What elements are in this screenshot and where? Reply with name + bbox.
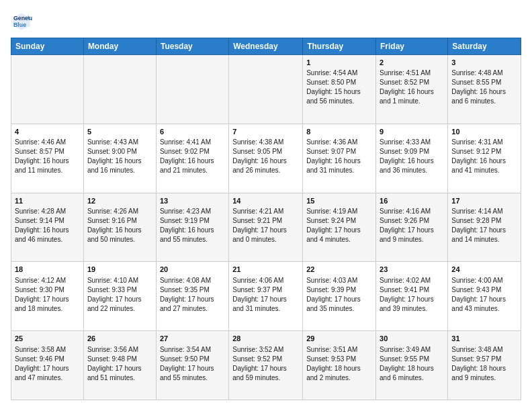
day-number: 17 — [451, 196, 517, 206]
day-cell: 22Sunrise: 4:03 AMSunset: 9:39 PMDayligh… — [303, 262, 376, 331]
day-number: 21 — [232, 265, 299, 275]
day-cell: 26Sunrise: 3:56 AMSunset: 9:48 PMDayligh… — [83, 331, 156, 400]
day-info: Sunrise: 4:51 AMSunset: 8:52 PMDaylight:… — [380, 69, 434, 105]
day-info: Sunrise: 4:14 AMSunset: 9:28 PMDaylight:… — [451, 208, 506, 243]
day-number: 29 — [306, 334, 372, 344]
logo: General Blue — [11, 11, 35, 32]
day-cell: 17Sunrise: 4:14 AMSunset: 9:28 PMDayligh… — [448, 193, 521, 262]
day-cell: 16Sunrise: 4:16 AMSunset: 9:26 PMDayligh… — [376, 193, 448, 262]
day-number: 26 — [87, 334, 152, 344]
day-number: 15 — [306, 196, 372, 206]
day-cell: 5Sunrise: 4:43 AMSunset: 9:00 PMDaylight… — [83, 124, 156, 193]
day-number: 27 — [160, 334, 225, 344]
day-number: 30 — [380, 334, 444, 344]
col-header-wednesday: Wednesday — [229, 38, 303, 55]
day-cell — [229, 55, 303, 124]
day-cell: 9Sunrise: 4:33 AMSunset: 9:09 PMDaylight… — [376, 124, 448, 193]
day-cell: 29Sunrise: 3:51 AMSunset: 9:53 PMDayligh… — [303, 331, 376, 400]
day-info: Sunrise: 4:12 AMSunset: 9:30 PMDaylight:… — [15, 277, 69, 312]
day-number: 1 — [306, 58, 372, 68]
header: General Blue — [11, 11, 521, 32]
day-number: 23 — [380, 265, 444, 275]
day-cell: 10Sunrise: 4:31 AMSunset: 9:12 PMDayligh… — [448, 124, 521, 193]
day-info: Sunrise: 3:52 AMSunset: 9:52 PMDaylight:… — [232, 346, 287, 381]
day-info: Sunrise: 4:08 AMSunset: 9:35 PMDaylight:… — [160, 277, 214, 312]
day-cell: 12Sunrise: 4:26 AMSunset: 9:16 PMDayligh… — [83, 193, 156, 262]
day-cell — [156, 55, 228, 124]
day-info: Sunrise: 4:19 AMSunset: 9:24 PMDaylight:… — [306, 208, 361, 243]
day-info: Sunrise: 4:26 AMSunset: 9:16 PMDaylight:… — [87, 208, 142, 243]
week-row-3: 11Sunrise: 4:28 AMSunset: 9:14 PMDayligh… — [11, 193, 521, 262]
day-cell: 6Sunrise: 4:41 AMSunset: 9:02 PMDaylight… — [156, 124, 228, 193]
day-cell: 27Sunrise: 3:54 AMSunset: 9:50 PMDayligh… — [156, 331, 228, 400]
day-info: Sunrise: 3:49 AMSunset: 9:55 PMDaylight:… — [380, 346, 434, 381]
day-info: Sunrise: 4:00 AMSunset: 9:43 PMDaylight:… — [451, 277, 506, 312]
day-info: Sunrise: 4:28 AMSunset: 9:14 PMDaylight:… — [15, 208, 69, 243]
day-cell — [11, 55, 84, 124]
day-number: 22 — [306, 265, 372, 275]
day-number: 2 — [380, 58, 444, 68]
day-cell: 24Sunrise: 4:00 AMSunset: 9:43 PMDayligh… — [448, 262, 521, 331]
day-number: 25 — [15, 334, 80, 344]
day-cell: 19Sunrise: 4:10 AMSunset: 9:33 PMDayligh… — [83, 262, 156, 331]
calendar-table: SundayMondayTuesdayWednesdayThursdayFrid… — [11, 38, 521, 400]
calendar-header: SundayMondayTuesdayWednesdayThursdayFrid… — [11, 38, 521, 55]
col-header-friday: Friday — [376, 38, 448, 55]
day-number: 13 — [160, 196, 225, 206]
day-info: Sunrise: 4:31 AMSunset: 9:12 PMDaylight:… — [451, 138, 506, 174]
week-row-1: 1Sunrise: 4:54 AMSunset: 8:50 PMDaylight… — [11, 55, 521, 124]
day-info: Sunrise: 4:41 AMSunset: 9:02 PMDaylight:… — [160, 138, 214, 174]
day-cell: 18Sunrise: 4:12 AMSunset: 9:30 PMDayligh… — [11, 262, 84, 331]
day-cell: 4Sunrise: 4:46 AMSunset: 8:57 PMDaylight… — [11, 124, 84, 193]
day-cell: 30Sunrise: 3:49 AMSunset: 9:55 PMDayligh… — [376, 331, 448, 400]
day-cell: 7Sunrise: 4:38 AMSunset: 9:05 PMDaylight… — [229, 124, 303, 193]
day-info: Sunrise: 3:58 AMSunset: 9:46 PMDaylight:… — [15, 346, 69, 381]
day-number: 8 — [306, 127, 372, 137]
day-cell: 1Sunrise: 4:54 AMSunset: 8:50 PMDaylight… — [303, 55, 376, 124]
week-row-2: 4Sunrise: 4:46 AMSunset: 8:57 PMDaylight… — [11, 124, 521, 193]
day-cell: 20Sunrise: 4:08 AMSunset: 9:35 PMDayligh… — [156, 262, 228, 331]
day-number: 24 — [451, 265, 517, 275]
col-header-monday: Monday — [83, 38, 156, 55]
day-cell: 23Sunrise: 4:02 AMSunset: 9:41 PMDayligh… — [376, 262, 448, 331]
day-info: Sunrise: 4:43 AMSunset: 9:00 PMDaylight:… — [87, 138, 142, 174]
day-number: 7 — [232, 127, 299, 137]
day-info: Sunrise: 4:02 AMSunset: 9:41 PMDaylight:… — [380, 277, 434, 312]
page: General Blue SundayMondayTuesdayWednesda… — [0, 0, 532, 411]
day-number: 19 — [87, 265, 152, 275]
day-info: Sunrise: 4:38 AMSunset: 9:05 PMDaylight:… — [232, 138, 287, 174]
col-header-saturday: Saturday — [448, 38, 521, 55]
day-info: Sunrise: 4:48 AMSunset: 8:55 PMDaylight:… — [451, 69, 506, 105]
day-number: 3 — [451, 58, 517, 68]
day-info: Sunrise: 3:56 AMSunset: 9:48 PMDaylight:… — [87, 346, 142, 381]
calendar-body: 1Sunrise: 4:54 AMSunset: 8:50 PMDaylight… — [11, 55, 521, 400]
day-info: Sunrise: 4:10 AMSunset: 9:33 PMDaylight:… — [87, 277, 142, 312]
day-number: 16 — [380, 196, 444, 206]
day-cell: 3Sunrise: 4:48 AMSunset: 8:55 PMDaylight… — [448, 55, 521, 124]
day-info: Sunrise: 3:48 AMSunset: 9:57 PMDaylight:… — [451, 346, 506, 381]
day-number: 5 — [87, 127, 152, 137]
day-cell: 25Sunrise: 3:58 AMSunset: 9:46 PMDayligh… — [11, 331, 84, 400]
day-cell: 13Sunrise: 4:23 AMSunset: 9:19 PMDayligh… — [156, 193, 228, 262]
day-info: Sunrise: 4:21 AMSunset: 9:21 PMDaylight:… — [232, 208, 287, 243]
week-row-5: 25Sunrise: 3:58 AMSunset: 9:46 PMDayligh… — [11, 331, 521, 400]
day-cell: 2Sunrise: 4:51 AMSunset: 8:52 PMDaylight… — [376, 55, 448, 124]
day-cell: 15Sunrise: 4:19 AMSunset: 9:24 PMDayligh… — [303, 193, 376, 262]
day-cell: 21Sunrise: 4:06 AMSunset: 9:37 PMDayligh… — [229, 262, 303, 331]
day-info: Sunrise: 3:51 AMSunset: 9:53 PMDaylight:… — [306, 346, 361, 381]
day-number: 31 — [451, 334, 517, 344]
day-info: Sunrise: 4:46 AMSunset: 8:57 PMDaylight:… — [15, 138, 69, 174]
day-number: 11 — [15, 196, 80, 206]
day-info: Sunrise: 4:03 AMSunset: 9:39 PMDaylight:… — [306, 277, 361, 312]
week-row-4: 18Sunrise: 4:12 AMSunset: 9:30 PMDayligh… — [11, 262, 521, 331]
day-number: 6 — [160, 127, 225, 137]
svg-text:Blue: Blue — [13, 21, 26, 28]
day-cell: 31Sunrise: 3:48 AMSunset: 9:57 PMDayligh… — [448, 331, 521, 400]
header-row: SundayMondayTuesdayWednesdayThursdayFrid… — [11, 38, 521, 55]
day-number: 28 — [232, 334, 299, 344]
day-cell: 14Sunrise: 4:21 AMSunset: 9:21 PMDayligh… — [229, 193, 303, 262]
day-number: 12 — [87, 196, 152, 206]
day-number: 10 — [451, 127, 517, 137]
day-info: Sunrise: 3:54 AMSunset: 9:50 PMDaylight:… — [160, 346, 214, 381]
col-header-sunday: Sunday — [11, 38, 84, 55]
